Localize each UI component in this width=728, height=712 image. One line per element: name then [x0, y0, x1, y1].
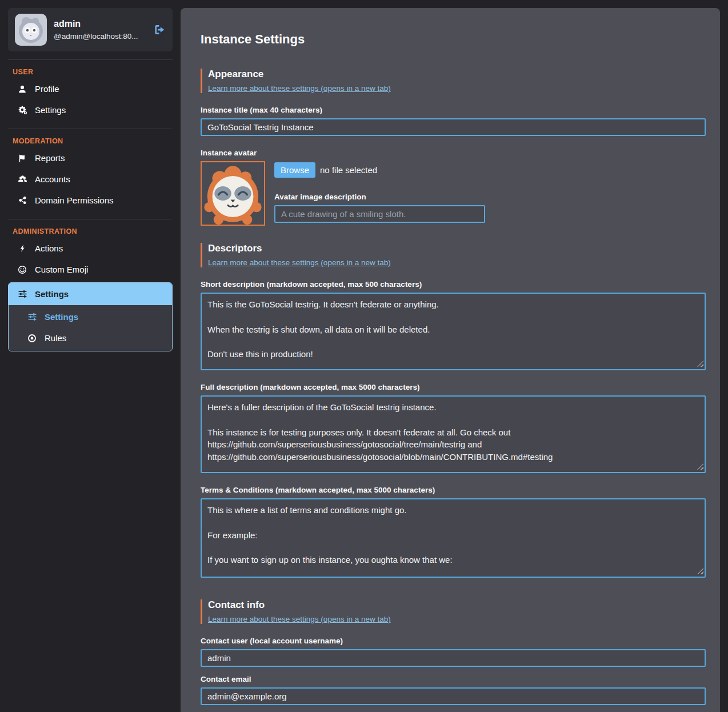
contact-learn-more-link[interactable]: Learn more about these settings (opens i… [208, 615, 391, 623]
sidebar-item-user-settings[interactable]: Settings [8, 99, 173, 121]
short-description-label: Short description (markdown accepted, ma… [201, 280, 706, 289]
nav-section-user: USER Profile [8, 59, 173, 121]
bolt-icon [17, 244, 27, 253]
submenu-item-label: Rules [45, 333, 66, 343]
descriptors-learn-more-link[interactable]: Learn more about these settings (opens i… [208, 258, 391, 267]
sidebar-item-label: Reports [35, 153, 65, 163]
gears-icon [17, 105, 27, 115]
full-description-textarea[interactable]: Here's a fuller description of the GoToS… [201, 395, 706, 473]
avatar-controls: Browse no file selected Avatar image des… [274, 161, 706, 223]
descriptors-heading: Descriptors [208, 243, 706, 254]
nav-section-administration: ADMINISTRATION Actions [8, 219, 173, 351]
sidebar: admin @admin@localhost:80... USER [8, 8, 173, 351]
sidebar-item-domain-permissions[interactable]: Domain Permissions [8, 190, 173, 211]
section-appearance-header: Appearance Learn more about these settin… [201, 69, 706, 93]
submenu-item-settings[interactable]: Settings [9, 306, 172, 327]
short-description-textarea[interactable]: This is the GoToSocial testrig. It doesn… [201, 293, 706, 370]
avatar-description-input[interactable] [274, 205, 485, 223]
appearance-heading: Appearance [208, 69, 706, 80]
terms-textarea[interactable]: This is where a list of terms and condit… [201, 498, 706, 578]
share-nodes-icon [17, 196, 27, 205]
instance-avatar-label: Instance avatar [201, 149, 706, 157]
section-contact-header: Contact info Learn more about these sett… [201, 599, 706, 624]
terms-label: Terms & Conditions (markdown accepted, m… [201, 486, 706, 494]
browse-row: Browse no file selected [274, 162, 706, 178]
settings-group: Settings [8, 282, 173, 351]
logout-button[interactable] [153, 23, 166, 36]
contact-email-label: Contact email [201, 675, 706, 683]
contact-user-input[interactable] [201, 649, 706, 667]
sidebar-item-label: Settings [35, 105, 66, 115]
sidebar-item-label: Domain Permissions [35, 195, 114, 205]
submenu-item-label: Settings [45, 312, 78, 322]
app-root: admin @admin@localhost:80... USER [0, 0, 728, 712]
user-icon [17, 85, 27, 94]
nav-section-header-administration: ADMINISTRATION [8, 222, 173, 238]
user-name: admin [54, 19, 146, 29]
sidebar-item-label: Profile [35, 84, 59, 94]
sidebar-item-reports[interactable]: Reports [8, 147, 173, 169]
sidebar-item-admin-settings[interactable]: Settings [9, 283, 172, 305]
sidebar-item-label: Accounts [35, 174, 70, 184]
user-info: admin @admin@localhost:80... [54, 19, 146, 41]
sidebar-item-label: Actions [35, 243, 63, 253]
instance-avatar-preview [201, 161, 265, 226]
section-descriptors-header: Descriptors Learn more about these setti… [201, 243, 706, 267]
contact-heading: Contact info [208, 599, 706, 611]
browse-button[interactable]: Browse [274, 162, 315, 178]
dot-circle-icon [27, 334, 37, 343]
sidebar-item-accounts[interactable]: Accounts [8, 169, 173, 190]
instance-title-input[interactable] [201, 118, 706, 136]
sidebar-item-profile[interactable]: Profile [8, 78, 173, 99]
sidebar-item-label: Custom Emoji [35, 265, 88, 274]
user-handle: @admin@localhost:80... [54, 32, 146, 41]
user-card[interactable]: admin @admin@localhost:80... [8, 8, 173, 51]
file-status-text: no file selected [320, 165, 377, 175]
sliders-icon [27, 312, 37, 322]
smiley-icon [17, 265, 27, 274]
users-icon [17, 174, 27, 184]
sidebar-nav: USER Profile [8, 59, 173, 351]
settings-submenu: Settings Rules [9, 305, 172, 351]
avatar-description-label: Avatar image description [274, 193, 706, 201]
submenu-item-rules[interactable]: Rules [9, 327, 172, 349]
nav-section-header-moderation: MODERATION [8, 131, 173, 147]
appearance-learn-more-link[interactable]: Learn more about these settings (opens i… [208, 84, 391, 93]
sliders-icon [18, 289, 27, 299]
instance-title-label: Instance title (max 40 characters) [201, 106, 706, 114]
sidebar-item-actions[interactable]: Actions [8, 238, 173, 259]
page-title: Instance Settings [201, 32, 706, 47]
sidebar-item-custom-emoji[interactable]: Custom Emoji [8, 259, 173, 280]
nav-section-moderation: MODERATION Reports [8, 129, 173, 211]
full-description-wrap: Here's a fuller description of the GoToS… [201, 395, 706, 473]
full-description-label: Full description (markdown accepted, max… [201, 383, 706, 391]
sign-out-icon [153, 23, 166, 36]
sidebar-item-label: Settings [35, 289, 69, 299]
flag-icon [17, 154, 27, 163]
terms-wrap: This is where a list of terms and condit… [201, 498, 706, 578]
contact-user-label: Contact user (local account username) [201, 637, 706, 645]
sloth-avatar-icon [15, 14, 47, 46]
instance-settings-panel: Instance Settings Appearance Learn more … [181, 8, 720, 712]
user-avatar [15, 14, 47, 46]
short-description-wrap: This is the GoToSocial testrig. It doesn… [201, 293, 706, 370]
contact-email-input[interactable] [201, 687, 706, 705]
instance-avatar-row: Browse no file selected Avatar image des… [201, 161, 706, 226]
sloth-avatar-image [202, 162, 264, 225]
nav-section-header-user: USER [8, 62, 173, 78]
